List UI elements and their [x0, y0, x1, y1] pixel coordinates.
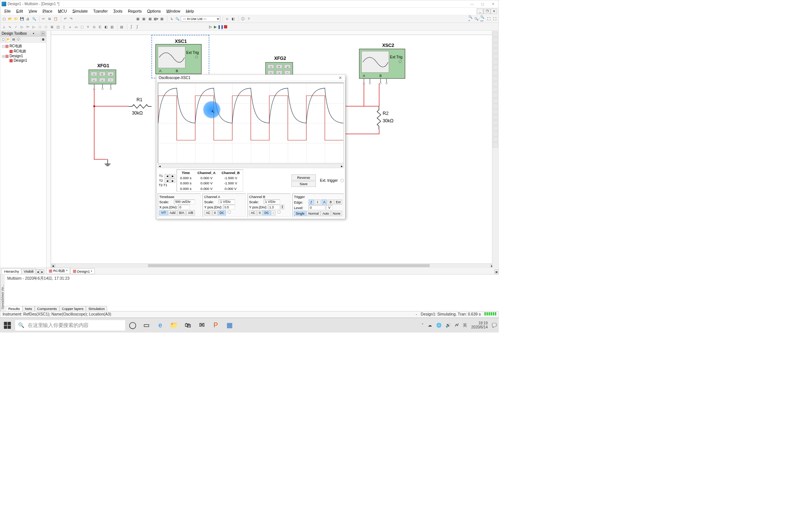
place-r-button[interactable]: ∕: [13, 24, 19, 30]
instr-6[interactable]: [493, 59, 498, 65]
xsc2-component[interactable]: Ext Trig A B: [359, 49, 405, 79]
tray-clock[interactable]: 18:19 2020/6/14: [471, 321, 488, 330]
cha-scale-input[interactable]: [219, 200, 235, 204]
cha-ac-button[interactable]: AC: [204, 210, 212, 215]
osc-save-button[interactable]: Save: [291, 181, 316, 187]
mdi-restore-button[interactable]: ❐: [484, 8, 490, 14]
toolbox-btn-2[interactable]: 📂: [6, 37, 11, 42]
start-button[interactable]: [0, 318, 15, 332]
tree-rc-root[interactable]: RC电路: [1, 44, 45, 49]
place-misc-button[interactable]: ⊞: [49, 24, 55, 30]
osc-titlebar[interactable]: Oscilloscope-XSC1 ✕: [156, 75, 345, 82]
task-view-button[interactable]: ◯: [126, 319, 139, 332]
ground-1[interactable]: [105, 159, 110, 166]
redo-button[interactable]: ↷: [69, 16, 74, 21]
menu-place[interactable]: Place: [40, 8, 55, 15]
cha-ypos-input[interactable]: [223, 205, 235, 209]
place-misc2-button[interactable]: ▭: [73, 24, 79, 30]
trig-auto-button[interactable]: Auto: [321, 211, 331, 216]
trig-normal-button[interactable]: Normal: [307, 211, 320, 216]
arrow-button[interactable]: ↳: [169, 16, 174, 21]
trig-level-input[interactable]: [309, 205, 325, 210]
tray-onedrive-icon[interactable]: ☁: [428, 323, 432, 328]
menu-file[interactable]: File: [1, 8, 13, 15]
trig-none-button[interactable]: None: [331, 211, 342, 216]
maximize-button[interactable]: ▢: [477, 0, 488, 7]
menu-window[interactable]: Window: [164, 8, 183, 15]
place-transistor-button[interactable]: ⊢: [25, 24, 31, 30]
doc-tab-rc[interactable]: RC电路 *: [47, 268, 70, 274]
menu-view[interactable]: View: [26, 8, 40, 15]
cha-zero-button[interactable]: 0: [212, 210, 218, 215]
menu-mcu[interactable]: MCU: [55, 8, 69, 15]
help-info-button[interactable]: ⓘ: [240, 16, 245, 21]
instr-7[interactable]: [493, 65, 498, 70]
place-mixed-button[interactable]: ◫: [55, 24, 61, 30]
taskbar-edge[interactable]: e: [154, 319, 167, 332]
instr-13[interactable]: [493, 98, 498, 103]
toolbox-btn-5[interactable]: ▦: [41, 37, 46, 42]
instr-10[interactable]: [493, 82, 498, 87]
t1-left-button[interactable]: ◀: [165, 174, 170, 178]
taskbar-mail[interactable]: ✉: [195, 319, 208, 332]
doc-tab-design1[interactable]: Design1 *: [71, 268, 95, 274]
place-advper-button[interactable]: ⬚: [79, 24, 85, 30]
instr-14[interactable]: [493, 104, 498, 109]
t2-right-button[interactable]: ▶: [170, 179, 175, 183]
taskbar-store[interactable]: 🛍: [181, 319, 194, 332]
paste-button[interactable]: 📋: [53, 16, 58, 21]
doc-tab-menu[interactable]: ▦: [494, 269, 498, 274]
instr-16[interactable]: [493, 115, 498, 120]
print-preview-button[interactable]: 🔍: [31, 16, 37, 21]
menu-edit[interactable]: Edit: [14, 8, 26, 15]
menu-options[interactable]: Options: [144, 8, 164, 15]
mdi-minimize-button[interactable]: _: [477, 8, 484, 14]
instr-4[interactable]: [493, 48, 498, 54]
taskbar-timeline[interactable]: ▭: [140, 319, 153, 332]
place-ttl-button[interactable]: □: [37, 24, 43, 30]
tab-nav-right[interactable]: ▶: [40, 269, 44, 274]
tray-battery-icon[interactable]: 🗲: [455, 323, 459, 328]
place-power-button[interactable]: ⏚: [67, 24, 73, 30]
trig-level-unit[interactable]: [326, 205, 333, 210]
tree-design1-child[interactable]: Design1: [1, 58, 45, 62]
osc-reverse-button[interactable]: Reverse: [291, 174, 316, 180]
add-button[interactable]: Add: [168, 210, 177, 215]
menu-transfer[interactable]: Transfer: [91, 8, 110, 15]
tde-button[interactable]: ⎋: [224, 16, 230, 21]
ss-tab-copper[interactable]: Copper layers: [59, 306, 86, 311]
ba-button[interactable]: B/A: [177, 210, 186, 215]
place-basic-button[interactable]: ⊥: [1, 24, 7, 30]
taskbar-search[interactable]: 🔍 在这里输入你要搜索的内容: [15, 320, 126, 331]
trig-ext-button[interactable]: Ext: [334, 200, 342, 205]
zoom-in-button[interactable]: 🔍+: [468, 16, 474, 21]
osc-close-button[interactable]: ✕: [337, 76, 343, 80]
chb-dc-button[interactable]: DC: [263, 210, 270, 215]
bus2-button[interactable]: ʃ: [134, 24, 140, 30]
place-rf-button[interactable]: Y: [85, 24, 91, 30]
menu-help[interactable]: Help: [183, 8, 197, 15]
place-source-button[interactable]: ∿: [7, 24, 13, 30]
menu-tools[interactable]: Tools: [110, 8, 125, 15]
sim-stop-button[interactable]: [223, 24, 228, 29]
tree-design1-root[interactable]: Design1: [1, 54, 45, 59]
ab-button[interactable]: A/B: [187, 210, 195, 215]
ss-tab-nets[interactable]: Nets: [23, 306, 35, 311]
instr-19[interactable]: [493, 132, 498, 137]
db-button-1[interactable]: ▦: [135, 16, 141, 21]
instr-3[interactable]: [493, 43, 498, 48]
menu-reports[interactable]: Reports: [125, 8, 144, 15]
instr-12[interactable]: [493, 93, 498, 98]
place-conn-button[interactable]: ⊏: [97, 24, 103, 30]
instr-20[interactable]: [493, 137, 498, 142]
osc-horizontal-scroll[interactable]: ◀▶: [158, 164, 344, 168]
db-button-3[interactable]: ▦: [147, 16, 153, 21]
tab-nav-left[interactable]: ◀: [36, 269, 40, 274]
print-button[interactable]: 🖨: [25, 16, 31, 21]
cha-dc-button[interactable]: DC: [218, 210, 226, 215]
horizontal-scrollbar[interactable]: ◀ ▶: [51, 263, 494, 267]
r2-component[interactable]: [376, 106, 381, 130]
undo-button[interactable]: ↶: [62, 16, 68, 21]
instr-21[interactable]: [493, 143, 498, 148]
osc-display[interactable]: [158, 83, 344, 164]
